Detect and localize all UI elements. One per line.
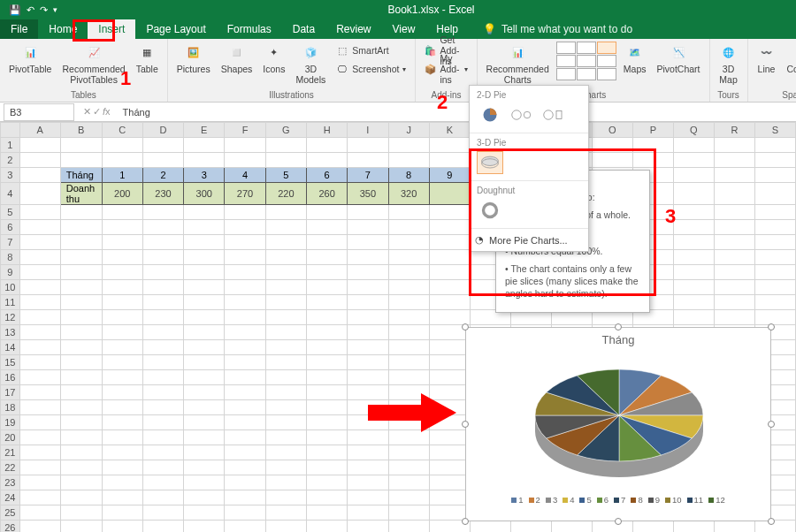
cell-S26[interactable]	[754, 521, 795, 533]
cell-F1[interactable]	[225, 138, 265, 153]
row-header-7[interactable]: 7	[1, 235, 20, 250]
cell-C12[interactable]	[102, 310, 142, 325]
cell-C1[interactable]	[102, 138, 142, 153]
cell-D13[interactable]	[142, 325, 183, 340]
cell-J12[interactable]	[388, 310, 429, 325]
cell-C7[interactable]	[102, 235, 142, 250]
table-button[interactable]: ▦Table	[133, 42, 162, 77]
row-header-23[interactable]: 23	[1, 475, 20, 490]
cell-D16[interactable]	[142, 370, 183, 385]
cell-G4[interactable]: 220	[265, 183, 306, 205]
cell-K22[interactable]	[429, 460, 470, 475]
cell-A6[interactable]	[19, 220, 60, 235]
cell-B9[interactable]	[60, 265, 102, 280]
cell-R3[interactable]	[714, 168, 754, 183]
cell-I6[interactable]	[348, 220, 388, 235]
undo-icon[interactable]: ↶	[27, 4, 34, 16]
cell-H14[interactable]	[306, 340, 347, 355]
cell-C3[interactable]: 1	[102, 168, 142, 183]
cell-G21[interactable]	[265, 445, 306, 460]
cell-D22[interactable]	[142, 460, 183, 475]
icons-button[interactable]: ✦Icons	[259, 42, 288, 77]
cell-F7[interactable]	[225, 235, 265, 250]
chart-pie-button[interactable]	[597, 42, 616, 54]
cell-D1[interactable]	[142, 138, 183, 153]
column-header-K[interactable]: K	[429, 123, 470, 138]
cell-J22[interactable]	[388, 460, 429, 475]
cell-J16[interactable]	[388, 370, 429, 385]
cell-G22[interactable]	[265, 460, 306, 475]
chart-area-button[interactable]	[577, 55, 596, 67]
cell-A14[interactable]	[19, 340, 60, 355]
cell-B10[interactable]	[60, 280, 102, 295]
cell-C4[interactable]: 200	[102, 183, 142, 205]
cell-R5[interactable]	[714, 205, 754, 220]
cell-H22[interactable]	[306, 460, 347, 475]
cell-I15[interactable]	[348, 355, 388, 370]
cell-A17[interactable]	[19, 385, 60, 400]
cell-G25[interactable]	[265, 505, 306, 521]
cell-I2[interactable]	[348, 153, 388, 168]
cell-H9[interactable]	[306, 265, 347, 280]
cell-G1[interactable]	[265, 138, 306, 153]
cell-R8[interactable]	[714, 250, 754, 265]
cell-I3[interactable]: 7	[348, 168, 388, 183]
column-header-B[interactable]: B	[60, 123, 102, 138]
cell-H11[interactable]	[306, 295, 347, 310]
cell-I14[interactable]	[348, 340, 388, 355]
cell-H20[interactable]	[306, 430, 347, 445]
cell-E9[interactable]	[184, 265, 225, 280]
cell-Q9[interactable]	[673, 265, 714, 280]
resize-handle[interactable]	[615, 323, 622, 331]
cell-D24[interactable]	[142, 490, 183, 505]
cell-I9[interactable]	[348, 265, 388, 280]
cell-F20[interactable]	[225, 430, 265, 445]
cell-C10[interactable]	[102, 280, 142, 295]
cell-G10[interactable]	[265, 280, 306, 295]
cell-B2[interactable]	[60, 153, 102, 168]
resize-handle[interactable]	[768, 518, 775, 525]
column-header-O[interactable]: O	[592, 123, 632, 138]
cell-P26[interactable]	[632, 521, 673, 533]
chart-column-button[interactable]	[556, 42, 576, 54]
tab-home[interactable]: Home	[38, 19, 88, 39]
pie-chart-plot[interactable]	[466, 346, 772, 488]
row-header-19[interactable]: 19	[1, 415, 20, 430]
chart-bar-button[interactable]	[556, 55, 576, 67]
cell-B17[interactable]	[60, 385, 102, 400]
cell-F9[interactable]	[225, 265, 265, 280]
row-header-22[interactable]: 22	[1, 460, 20, 475]
cell-G5[interactable]	[265, 205, 306, 220]
column-header-C[interactable]: C	[102, 123, 142, 138]
cell-C13[interactable]	[102, 325, 142, 340]
cell-K24[interactable]	[429, 490, 470, 505]
cell-I24[interactable]	[348, 490, 388, 505]
cell-H15[interactable]	[306, 355, 347, 370]
cell-E24[interactable]	[184, 490, 225, 505]
cell-A24[interactable]	[19, 490, 60, 505]
cell-B5[interactable]	[60, 205, 102, 220]
cell-S2[interactable]	[754, 153, 795, 168]
cell-D14[interactable]	[142, 340, 183, 355]
cell-D8[interactable]	[142, 250, 183, 265]
chart-legend[interactable]: 123456789101112	[466, 490, 770, 505]
cell-Q11[interactable]	[673, 295, 714, 310]
cell-F10[interactable]	[225, 280, 265, 295]
cell-F21[interactable]	[225, 445, 265, 460]
cell-G11[interactable]	[265, 295, 306, 310]
row-header-12[interactable]: 12	[1, 310, 20, 325]
cell-C24[interactable]	[102, 490, 142, 505]
cell-K7[interactable]	[429, 235, 470, 250]
more-pie-charts[interactable]: ◔ More Pie Charts...	[470, 229, 588, 251]
row-header-11[interactable]: 11	[1, 295, 20, 310]
cell-F17[interactable]	[225, 385, 265, 400]
cell-K16[interactable]	[429, 370, 470, 385]
cell-Q26[interactable]	[673, 521, 714, 533]
cell-H24[interactable]	[306, 490, 347, 505]
cell-F25[interactable]	[225, 505, 265, 521]
resize-handle[interactable]	[768, 421, 775, 428]
cell-C6[interactable]	[102, 220, 142, 235]
row-header-16[interactable]: 16	[1, 370, 20, 385]
cell-K21[interactable]	[429, 445, 470, 460]
cell-C19[interactable]	[102, 415, 142, 430]
